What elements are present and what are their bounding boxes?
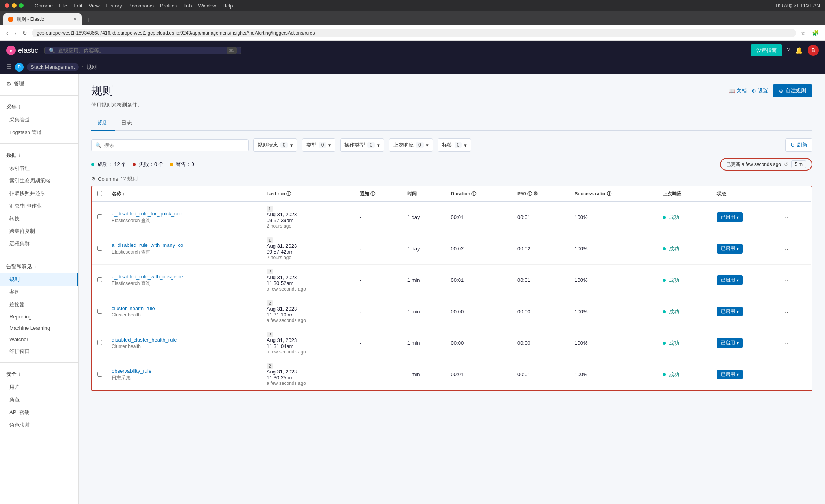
help-icon[interactable]: ? bbox=[787, 47, 790, 54]
sidebar-data-title[interactable]: 数据 ℹ bbox=[0, 149, 78, 162]
col-success-ratio[interactable]: Success ratio ⓘ bbox=[570, 187, 658, 202]
minimize-window-btn[interactable] bbox=[12, 3, 17, 8]
row-select-checkbox[interactable] bbox=[97, 340, 102, 345]
checkbox-header[interactable] bbox=[92, 187, 107, 202]
reload-btn[interactable]: ↻ bbox=[21, 28, 29, 38]
tab-rules[interactable]: 规则 bbox=[91, 116, 115, 131]
mac-menu-profiles[interactable]: Profiles bbox=[160, 3, 177, 9]
sidebar-manage-title[interactable]: ⚙ 管理 bbox=[0, 77, 78, 90]
rule-name-link[interactable]: a_disabled_rule_for_quick_con bbox=[112, 211, 257, 217]
sidebar-item-api-keys[interactable]: API 密钥 bbox=[0, 406, 78, 419]
enabled-dropdown-btn[interactable]: 已启用 ▾ bbox=[717, 212, 743, 222]
col-last-run[interactable]: Last run ⓘ bbox=[262, 187, 355, 202]
p50-settings-icon[interactable]: ⚙ bbox=[533, 191, 538, 197]
sidebar-item-role-mapping[interactable]: 角色映射 bbox=[0, 419, 78, 431]
sidebar-item-connectors[interactable]: 连接器 bbox=[0, 298, 78, 311]
rule-status-filter[interactable]: 规则状态 0 ▾ bbox=[253, 138, 297, 152]
col-time[interactable]: 时间... bbox=[403, 187, 446, 202]
chrome-tab-active[interactable]: 规则 - Elastic ✕ bbox=[3, 13, 82, 25]
create-rule-btn[interactable]: ⊕ 创建规则 bbox=[773, 84, 812, 97]
sidebar-item-watcher[interactable]: Watcher bbox=[0, 334, 78, 345]
rule-name-link[interactable]: cluster_health_rule bbox=[112, 305, 257, 311]
col-status[interactable]: 状态 bbox=[712, 187, 780, 202]
mac-window-controls[interactable] bbox=[5, 3, 24, 8]
row-checkbox[interactable] bbox=[92, 265, 107, 296]
rule-name-link[interactable]: disabled_cluster_health_rule bbox=[112, 337, 257, 343]
close-window-btn[interactable] bbox=[5, 3, 9, 8]
enabled-dropdown-btn[interactable]: 已启用 ▾ bbox=[717, 338, 743, 348]
url-bar[interactable] bbox=[32, 29, 796, 37]
sidebar-item-index-lifecycle[interactable]: 索引生命周期策略 bbox=[0, 175, 78, 187]
row-select-checkbox[interactable] bbox=[97, 277, 102, 282]
rule-name-link[interactable]: a_disabled_rule_with_many_co bbox=[112, 242, 257, 248]
sidebar-item-snapshot-restore[interactable]: 拍取快照并还原 bbox=[0, 187, 78, 200]
mac-menu-window[interactable]: Window bbox=[198, 3, 216, 9]
sidebar-item-machine-learning[interactable]: Machine Learning bbox=[0, 322, 78, 334]
type-filter[interactable]: 类型 0 ▾ bbox=[302, 138, 336, 152]
row-actions-btn[interactable]: ··· bbox=[784, 246, 792, 252]
mac-menu-history[interactable]: History bbox=[106, 3, 122, 9]
sidebar-alerts-title[interactable]: 告警和洞见 ℹ bbox=[0, 260, 78, 273]
sidebar-collect-title[interactable]: 采集 ℹ bbox=[0, 100, 78, 114]
row-select-checkbox[interactable] bbox=[97, 246, 102, 251]
elastic-logo[interactable]: e elastic bbox=[6, 46, 38, 55]
sidebar-item-reporting[interactable]: Reporting bbox=[0, 311, 78, 322]
row-actions-btn[interactable]: ··· bbox=[784, 277, 792, 283]
forward-btn[interactable]: › bbox=[13, 28, 18, 38]
sidebar-item-users[interactable]: 用户 bbox=[0, 381, 78, 394]
col-notifications[interactable]: 通知 ⓘ bbox=[355, 187, 403, 202]
row-select-checkbox[interactable] bbox=[97, 372, 102, 377]
select-all-checkbox[interactable] bbox=[97, 191, 102, 196]
setup-guide-btn[interactable]: 设置指南 bbox=[751, 44, 782, 56]
last-response-filter[interactable]: 上次响应 0 ▾ bbox=[389, 138, 433, 152]
maximize-window-btn[interactable] bbox=[19, 3, 24, 8]
workspace-avatar[interactable]: D bbox=[15, 63, 24, 72]
enabled-dropdown-btn[interactable]: 已启用 ▾ bbox=[717, 307, 743, 316]
elastic-search-input[interactable] bbox=[58, 48, 223, 53]
mac-menu-bookmarks[interactable]: Bookmarks bbox=[128, 3, 154, 9]
row-select-checkbox[interactable] bbox=[97, 309, 102, 314]
rule-name-link[interactable]: a_disabled_rule_with_opsgenie bbox=[112, 274, 257, 280]
row-actions-btn[interactable]: ··· bbox=[784, 309, 792, 315]
tags-filter[interactable]: 标签 0 ▾ bbox=[438, 138, 471, 152]
mac-menu-view[interactable]: View bbox=[89, 3, 100, 9]
sidebar-item-cases[interactable]: 案例 bbox=[0, 286, 78, 298]
new-tab-btn[interactable]: + bbox=[83, 15, 93, 25]
row-checkbox[interactable] bbox=[92, 327, 107, 359]
mac-menu-edit[interactable]: Edit bbox=[74, 3, 82, 9]
sidebar-item-rollup[interactable]: 汇总/打包作业 bbox=[0, 200, 78, 212]
row-actions-btn[interactable]: ··· bbox=[784, 340, 792, 346]
sidebar-item-remote-cluster[interactable]: 远程集群 bbox=[0, 237, 78, 250]
mac-menu-help[interactable]: Help bbox=[223, 3, 233, 9]
mac-menu-file[interactable]: File bbox=[59, 3, 67, 9]
sidebar-item-logstash-pipeline[interactable]: Logstash 管道 bbox=[0, 126, 78, 139]
sidebar-item-cross-cluster-replication[interactable]: 跨集群复制 bbox=[0, 225, 78, 237]
col-duration[interactable]: Duration ⓘ bbox=[446, 187, 513, 202]
docs-link[interactable]: 📖 文档 bbox=[729, 87, 747, 94]
row-checkbox[interactable] bbox=[92, 359, 107, 390]
row-checkbox[interactable] bbox=[92, 233, 107, 265]
extensions-btn[interactable]: 🧩 bbox=[810, 28, 820, 38]
col-last-response[interactable]: 上次响应 bbox=[658, 187, 712, 202]
enabled-dropdown-btn[interactable]: 已启用 ▾ bbox=[717, 244, 743, 254]
user-avatar[interactable]: B bbox=[808, 45, 819, 56]
enabled-dropdown-btn[interactable]: 已启用 ▾ bbox=[717, 370, 743, 379]
sidebar-item-maintenance-window[interactable]: 维护窗口 bbox=[0, 345, 78, 358]
row-actions-btn[interactable]: ··· bbox=[784, 372, 792, 378]
bookmark-btn[interactable]: ☆ bbox=[799, 28, 807, 38]
enabled-dropdown-btn[interactable]: 已启用 ▾ bbox=[717, 275, 743, 285]
rule-name-link[interactable]: observability_rule bbox=[112, 368, 257, 374]
breadcrumb-stack-management[interactable]: Stack Management bbox=[27, 63, 79, 71]
settings-link[interactable]: ⚙ 设置 bbox=[751, 87, 768, 94]
back-btn[interactable]: ‹ bbox=[5, 28, 10, 38]
row-checkbox[interactable] bbox=[92, 202, 107, 233]
mac-menu-chrome[interactable]: Chrome bbox=[35, 3, 53, 9]
sidebar-item-index-management[interactable]: 索引管理 bbox=[0, 162, 78, 175]
sidebar-item-collect-pipeline[interactable]: 采集管道 bbox=[0, 114, 78, 126]
hamburger-menu-icon[interactable]: ☰ bbox=[6, 63, 12, 71]
sidebar-security-title[interactable]: 安全 ℹ bbox=[0, 368, 78, 381]
row-select-checkbox[interactable] bbox=[97, 214, 102, 219]
row-actions-btn[interactable]: ··· bbox=[784, 214, 792, 221]
notifications-icon[interactable]: 🔔 bbox=[795, 47, 803, 54]
row-checkbox[interactable] bbox=[92, 296, 107, 327]
